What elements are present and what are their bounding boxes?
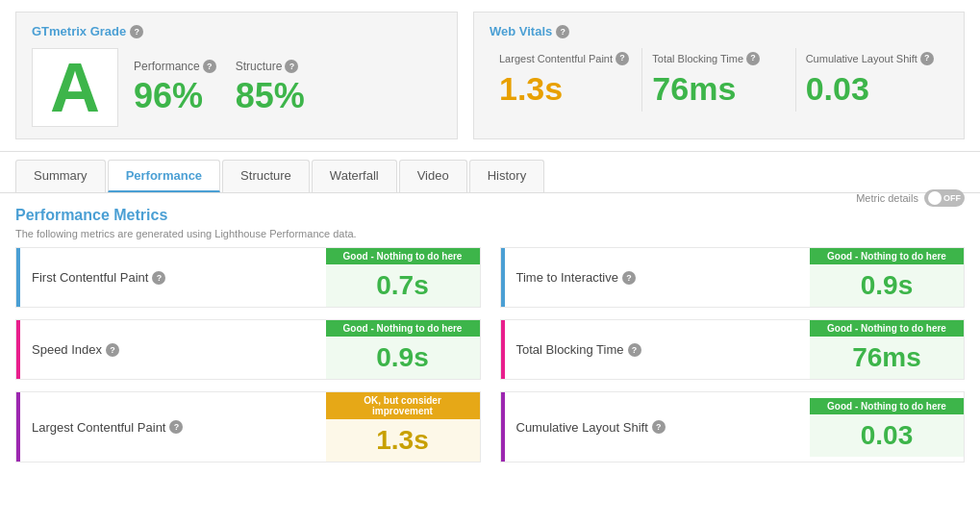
web-vitals-title-text: Web Vitals xyxy=(490,24,552,38)
metric-row-tbt: Total Blocking Time ? Good - Nothing to … xyxy=(500,319,966,380)
performance-label: Performance ? xyxy=(134,60,216,73)
tti-help-icon[interactable]: ? xyxy=(622,271,636,285)
cls-badge: Good - Nothing to do here xyxy=(810,398,964,414)
si-result: Good - Nothing to do here 0.9s xyxy=(326,320,480,379)
fcp-score: 0.7s xyxy=(326,264,480,307)
lcp-score: 1.3s xyxy=(326,419,480,462)
grade-letter: A xyxy=(32,48,118,127)
tti-badge: Good - Nothing to do here xyxy=(810,248,964,264)
tab-video[interactable]: Video xyxy=(399,160,467,192)
lcp-metric-help-icon[interactable]: ? xyxy=(169,420,183,434)
cls-score: 0.03 xyxy=(810,414,964,457)
cls-item: Cumulative Layout Shift ? 0.03 xyxy=(796,48,948,112)
lcp-item: Largest Contentful Paint ? 1.3s xyxy=(490,48,642,112)
metric-row-lcp: Largest Contentful Paint ? OK, but consi… xyxy=(15,391,481,462)
performance-metric: Performance ? 96% xyxy=(134,60,216,115)
cls-help-icon[interactable]: ? xyxy=(920,52,934,65)
web-vitals-title: Web Vitals ? xyxy=(490,24,948,38)
perf-section-title: Performance Metrics xyxy=(15,207,357,224)
tbt-score: 76ms xyxy=(810,337,964,379)
tab-summary[interactable]: Summary xyxy=(15,160,106,192)
fcp-result: Good - Nothing to do here 0.7s xyxy=(326,248,480,307)
web-vitals-card: Web Vitals ? Largest Contentful Paint ? … xyxy=(473,12,965,139)
lcp-badge: OK, but consider improvement xyxy=(326,392,480,419)
gtmetrix-grade-title: GTmetrix Grade ? xyxy=(32,24,441,38)
cls-metric-help-icon[interactable]: ? xyxy=(652,420,666,434)
structure-value: 85% xyxy=(236,77,305,115)
structure-label: Structure ? xyxy=(236,60,305,73)
cls-result: Good - Nothing to do here 0.03 xyxy=(810,398,964,457)
tti-result: Good - Nothing to do here 0.9s xyxy=(810,248,964,307)
cls-metric-name: Cumulative Layout Shift ? xyxy=(505,405,811,450)
tab-structure[interactable]: Structure xyxy=(222,160,310,192)
lcp-metric-name: Largest Contentful Paint ? xyxy=(20,405,326,450)
grade-metrics: Performance ? 96% Structure ? 85% xyxy=(134,60,305,115)
tti-name: Time to Interactive ? xyxy=(505,255,811,300)
metric-row-fcp: First Contentful Paint ? Good - Nothing … xyxy=(15,247,481,308)
si-name: Speed Index ? xyxy=(20,327,326,372)
cls-label: Cumulative Layout Shift ? xyxy=(806,52,939,65)
metric-details-toggle[interactable]: Metric details OFF xyxy=(856,189,965,207)
tbt-metric-name: Total Blocking Time ? xyxy=(505,327,811,372)
tabs-container: Summary Performance Structure Waterfall … xyxy=(0,152,980,193)
metric-details-label: Metric details xyxy=(856,192,918,204)
lcp-label: Largest Contentful Paint ? xyxy=(499,52,632,65)
fcp-badge: Good - Nothing to do here xyxy=(326,248,480,264)
tbt-help-icon[interactable]: ? xyxy=(746,52,760,65)
toggle-label: OFF xyxy=(943,193,961,203)
tab-history[interactable]: History xyxy=(469,160,544,192)
metric-row-cls: Cumulative Layout Shift ? Good - Nothing… xyxy=(500,391,966,462)
lcp-help-icon[interactable]: ? xyxy=(616,52,629,65)
performance-section: Performance Metrics The following metric… xyxy=(0,193,980,476)
gtmetrix-help-icon[interactable]: ? xyxy=(130,25,143,38)
perf-section-desc: The following metrics are generated usin… xyxy=(15,228,357,239)
metric-row-tti: Time to Interactive ? Good - Nothing to … xyxy=(500,247,966,308)
toggle-switch[interactable]: OFF xyxy=(924,189,965,207)
fcp-name: First Contentful Paint ? xyxy=(20,255,326,300)
si-help-icon[interactable]: ? xyxy=(106,343,119,357)
web-vitals-metrics: Largest Contentful Paint ? 1.3s Total Bl… xyxy=(490,48,948,112)
gtmetrix-title-text: GTmetrix Grade xyxy=(32,24,126,38)
tbt-label: Total Blocking Time ? xyxy=(652,52,785,65)
web-vitals-help-icon[interactable]: ? xyxy=(556,25,569,38)
performance-help-icon[interactable]: ? xyxy=(203,60,216,73)
metrics-grid: First Contentful Paint ? Good - Nothing … xyxy=(15,247,965,462)
si-badge: Good - Nothing to do here xyxy=(326,320,480,337)
tbt-value: 76ms xyxy=(652,71,785,107)
tbt-metric-help-icon[interactable]: ? xyxy=(628,343,641,357)
metric-row-si: Speed Index ? Good - Nothing to do here … xyxy=(15,319,481,380)
cls-value: 0.03 xyxy=(806,71,939,107)
lcp-value: 1.3s xyxy=(499,71,632,107)
gtmetrix-grade-card: GTmetrix Grade ? A Performance ? 96% Str… xyxy=(15,12,458,139)
tab-waterfall[interactable]: Waterfall xyxy=(312,160,397,192)
fcp-help-icon[interactable]: ? xyxy=(152,271,165,285)
tab-performance[interactable]: Performance xyxy=(108,160,220,192)
tbt-badge: Good - Nothing to do here xyxy=(810,320,964,337)
tti-score: 0.9s xyxy=(810,264,964,307)
tbt-item: Total Blocking Time ? 76ms xyxy=(642,48,795,112)
si-score: 0.9s xyxy=(326,337,480,379)
tbt-result: Good - Nothing to do here 76ms xyxy=(810,320,964,379)
grade-content: A Performance ? 96% Structure ? 85% xyxy=(32,48,441,127)
toggle-knob xyxy=(928,191,942,205)
lcp-result: OK, but consider improvement 1.3s xyxy=(326,392,480,462)
structure-help-icon[interactable]: ? xyxy=(285,60,298,73)
performance-value: 96% xyxy=(134,77,216,115)
structure-metric: Structure ? 85% xyxy=(236,60,305,115)
